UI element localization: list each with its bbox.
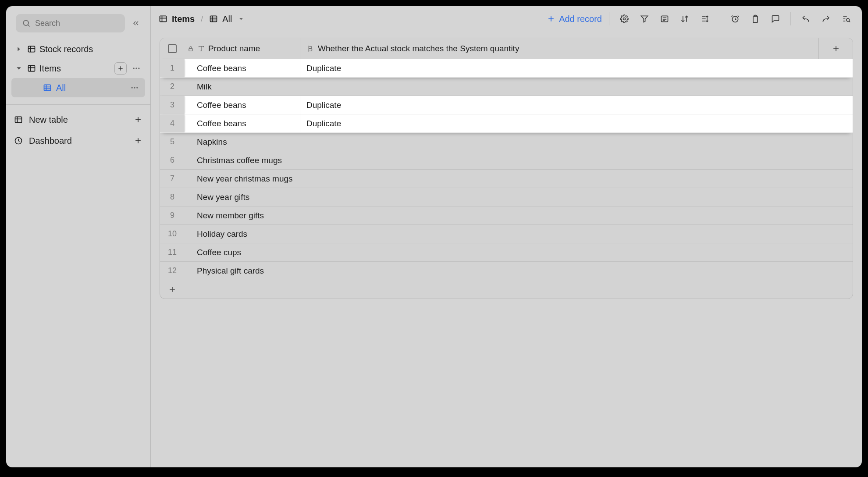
cell-product-name[interactable]: Coffee beans	[185, 96, 300, 114]
cell-product-name[interactable]: Coffee beans	[185, 59, 300, 77]
text-field-icon	[198, 45, 205, 52]
table-icon	[14, 115, 23, 124]
svg-rect-22	[15, 117, 22, 122]
new-table-button[interactable]: New table	[6, 109, 150, 130]
cell-stock-match[interactable]	[300, 170, 818, 188]
column-header-label: Product name	[208, 44, 260, 53]
cell-empty	[818, 262, 853, 280]
group-button[interactable]	[657, 11, 672, 27]
cell-stock-match[interactable]	[300, 225, 818, 243]
sidebar-view-all[interactable]: All	[11, 78, 145, 97]
checkbox-icon	[168, 44, 177, 53]
collapse-sidebar-button[interactable]	[129, 17, 142, 30]
cell-stock-match[interactable]	[300, 78, 818, 96]
cell-product-name[interactable]: Milk	[185, 78, 300, 96]
sort-button[interactable]	[677, 11, 693, 27]
settings-button[interactable]	[616, 11, 632, 27]
redo-button[interactable]	[818, 11, 834, 27]
cell-product-name[interactable]: New year christmas mugs	[185, 170, 300, 188]
chevrons-left-icon	[132, 19, 140, 28]
table-icon	[27, 64, 36, 73]
view-more-button[interactable]	[128, 83, 141, 92]
svg-point-14	[138, 68, 139, 69]
svg-rect-15	[44, 85, 51, 90]
cell-stock-match[interactable]	[300, 206, 818, 224]
table-row[interactable]: 9New member gifts	[160, 206, 853, 225]
breadcrumb-table[interactable]: Items	[159, 14, 195, 24]
cell-empty	[818, 151, 853, 169]
table-row[interactable]: 10Holiday cards	[160, 225, 853, 243]
search-placeholder: Search	[35, 19, 60, 28]
table-header: Product name Whether the Actual stock ma…	[160, 38, 853, 59]
cell-empty	[818, 188, 853, 206]
reminder-button[interactable]	[727, 11, 743, 27]
svg-line-58	[849, 21, 850, 22]
cell-stock-match[interactable]	[300, 243, 818, 261]
cell-stock-match[interactable]: Duplicate	[300, 59, 818, 77]
breadcrumb-view[interactable]: All	[209, 14, 244, 24]
cell-product-name[interactable]: Christmas coffee mugs	[185, 151, 300, 169]
dashboard-button[interactable]: Dashboard	[6, 130, 150, 151]
cell-stock-match[interactable]: Duplicate	[300, 96, 818, 114]
add-record-button[interactable]: Add record	[547, 14, 602, 24]
cell-empty	[818, 114, 853, 132]
sidebar-divider	[6, 104, 150, 105]
cell-stock-match[interactable]	[300, 151, 818, 169]
select-all-cell[interactable]	[160, 38, 185, 59]
cell-product-name[interactable]: Holiday cards	[185, 225, 300, 243]
table-row[interactable]: 6Christmas coffee mugs	[160, 151, 853, 170]
table-row[interactable]: 12Physical gift cards	[160, 262, 853, 280]
row-number: 10	[160, 225, 185, 243]
row-height-button[interactable]	[697, 11, 713, 27]
sidebar-item-stock-records[interactable]: Stock records	[11, 39, 145, 59]
cell-value: Christmas coffee mugs	[197, 156, 282, 165]
clipboard-button[interactable]	[747, 11, 763, 27]
cell-stock-match[interactable]	[300, 262, 818, 280]
cell-stock-match[interactable]: Duplicate	[300, 114, 818, 132]
search-input[interactable]: Search	[16, 14, 125, 32]
column-header-label: Whether the Actual stock matches the Sys…	[318, 44, 519, 53]
more-button[interactable]	[130, 64, 142, 73]
redo-icon	[822, 14, 830, 23]
svg-rect-7	[28, 65, 35, 71]
cell-value: Milk	[197, 82, 212, 92]
table-row[interactable]: 4Coffee beansDuplicate	[160, 114, 853, 133]
column-header-product-name[interactable]: Product name	[185, 38, 300, 59]
row-number: 11	[160, 243, 185, 261]
row-number: 1	[160, 59, 185, 77]
column-header-stock-match[interactable]: Whether the Actual stock matches the Sys…	[300, 38, 818, 59]
svg-marker-6	[17, 67, 21, 69]
table-row[interactable]: 7New year christmas mugs	[160, 170, 853, 188]
svg-point-20	[134, 87, 135, 88]
cell-product-name[interactable]: Napkins	[185, 133, 300, 151]
cell-product-name[interactable]: Physical gift cards	[185, 262, 300, 280]
toolbar-divider	[720, 12, 720, 25]
plus-icon	[117, 65, 124, 72]
lock-icon	[187, 45, 194, 52]
cell-stock-match[interactable]	[300, 188, 818, 206]
cell-product-name[interactable]: Coffee cups	[185, 243, 300, 261]
cell-empty	[818, 59, 853, 77]
add-row-button[interactable]	[160, 280, 853, 299]
table-row[interactable]: 8New year gifts	[160, 188, 853, 206]
table-row[interactable]: 5Napkins	[160, 133, 853, 151]
cell-product-name[interactable]: Coffee beans	[185, 114, 300, 132]
cell-value: Duplicate	[306, 119, 341, 128]
table-row[interactable]: 11Coffee cups	[160, 243, 853, 262]
undo-button[interactable]	[798, 11, 814, 27]
find-button[interactable]	[838, 11, 854, 27]
filter-button[interactable]	[637, 11, 652, 27]
sidebar-item-items[interactable]: Items	[11, 59, 145, 78]
cell-stock-match[interactable]	[300, 133, 818, 151]
cell-product-name[interactable]: New member gifts	[185, 206, 300, 224]
cell-empty	[818, 225, 853, 243]
table-row[interactable]: 2Milk	[160, 78, 853, 96]
add-column-button[interactable]	[818, 38, 853, 59]
add-view-button[interactable]	[114, 62, 127, 75]
plus-icon	[547, 14, 555, 23]
table-row[interactable]: 3Coffee beansDuplicate	[160, 96, 853, 114]
find-icon	[842, 14, 850, 23]
cell-product-name[interactable]: New year gifts	[185, 188, 300, 206]
comment-button[interactable]	[768, 11, 783, 27]
table-row[interactable]: 1Coffee beansDuplicate	[160, 59, 853, 78]
